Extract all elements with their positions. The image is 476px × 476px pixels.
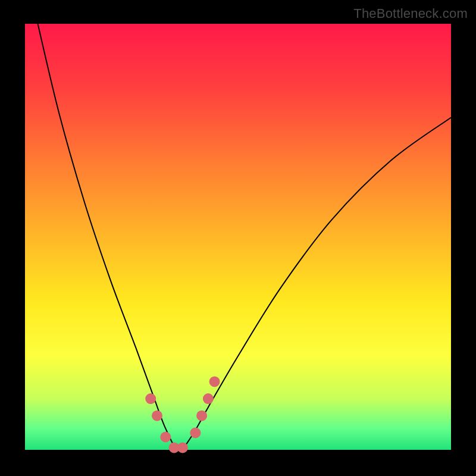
curve-svg xyxy=(25,24,451,450)
watermark-text: TheBottleneck.com xyxy=(353,6,468,21)
chart-frame: TheBottleneck.com xyxy=(0,0,476,476)
highlight-marker xyxy=(152,411,162,421)
highlight-marker xyxy=(145,393,156,404)
highlight-marker xyxy=(160,432,171,443)
highlight-marker xyxy=(190,427,201,438)
highlight-marker xyxy=(177,442,188,453)
plot-area xyxy=(25,24,451,450)
highlight-marker xyxy=(203,393,214,404)
highlight-marker xyxy=(209,376,220,387)
highlight-markers xyxy=(145,376,220,453)
bottleneck-curve xyxy=(38,24,452,450)
highlight-marker xyxy=(196,411,207,421)
